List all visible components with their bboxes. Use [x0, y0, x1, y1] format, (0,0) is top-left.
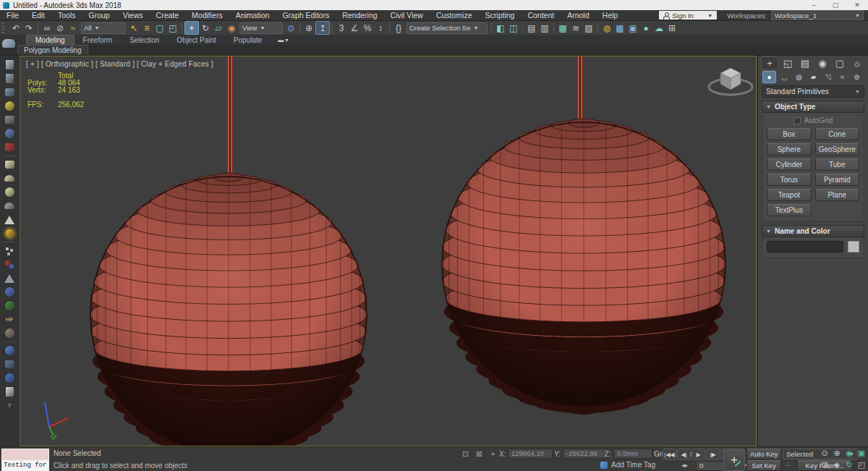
named-selection-sets-dropdown[interactable]: Create Selection Se▼: [407, 22, 488, 34]
helpers-category[interactable]: ◹: [822, 72, 834, 82]
spinner-snap-toggle[interactable]: ↕: [374, 22, 387, 34]
create-plane-button[interactable]: Plane: [815, 189, 860, 201]
geometry-category[interactable]: ●: [762, 71, 776, 83]
select-and-move-button[interactable]: +: [184, 21, 199, 35]
select-object-button[interactable]: ↖: [127, 22, 140, 34]
menu-help[interactable]: Help: [596, 11, 625, 20]
lights-category[interactable]: ◍: [793, 72, 805, 82]
key-mode-toggle[interactable]: ◂▸: [681, 462, 688, 469]
set-key-button[interactable]: Set Key: [746, 460, 781, 471]
window-crossing-toggle[interactable]: ◰: [166, 22, 179, 34]
menu-arnold[interactable]: Arnold: [561, 11, 595, 20]
menu-views[interactable]: Views: [116, 11, 150, 20]
help-icon[interactable]: ?: [1, 399, 17, 412]
menu-content[interactable]: Content: [521, 11, 561, 20]
menu-scripting[interactable]: Scripting: [479, 11, 522, 20]
scene-explorer-icon[interactable]: [1, 58, 17, 72]
sphere-primitive-icon[interactable]: [1, 185, 17, 199]
align-button[interactable]: ◫: [507, 22, 520, 34]
zoom-extents-all-button[interactable]: ▣: [856, 448, 867, 459]
sun-icon[interactable]: [1, 226, 17, 240]
maxscript-mini-listener[interactable]: Testing for i: [1, 449, 49, 471]
snaps-toggle-3d[interactable]: 3: [335, 22, 348, 34]
shapes-category[interactable]: ◡: [778, 72, 791, 82]
create-tab[interactable]: +: [761, 56, 778, 70]
menu-group[interactable]: Group: [82, 11, 116, 20]
create-torus-button[interactable]: Torus: [767, 174, 812, 186]
name-color-rollout-header[interactable]: ▼ Name and Color: [762, 225, 864, 237]
ribbon-tab-selection[interactable]: Selection: [121, 35, 168, 45]
viewport-orthographic[interactable]: [ + ] [ Orthographic ] [ Standard ] [ Cl…: [20, 56, 757, 446]
motion-tab[interactable]: ◉: [814, 57, 830, 69]
hierarchy-tab[interactable]: ▤: [797, 57, 813, 69]
edit-named-selection-sets-button[interactable]: {}: [392, 22, 405, 34]
macro-recorder-line[interactable]: [2, 449, 48, 460]
bind-to-space-warp-button[interactable]: ≈: [67, 22, 80, 34]
create-cone-button[interactable]: Cone: [815, 128, 860, 140]
rectangular-selection-region-button[interactable]: ▢: [153, 22, 166, 34]
reference-coordinate-system-dropdown[interactable]: View▼: [239, 22, 283, 34]
object-name-field[interactable]: [767, 241, 843, 253]
render-preview-icon[interactable]: [1, 371, 17, 385]
toggle-scene-explorer-button[interactable]: ▤: [525, 22, 538, 34]
ribbon-tab-populate[interactable]: Populate: [225, 35, 271, 45]
menu-modifiers[interactable]: Modifiers: [185, 11, 229, 20]
viewcube[interactable]: [709, 68, 752, 95]
particles-icon[interactable]: [1, 244, 17, 258]
select-and-place-button[interactable]: ◉: [225, 22, 238, 34]
undo-button[interactable]: ↶: [9, 22, 22, 34]
use-pivot-point-center-button[interactable]: ⊙: [284, 22, 297, 34]
add-time-tag[interactable]: Add Time Tag: [600, 461, 655, 469]
camera-icon[interactable]: [1, 113, 17, 127]
menu-edit[interactable]: Edit: [25, 11, 51, 20]
select-and-rotate-button[interactable]: ↻: [199, 22, 212, 34]
redo-button[interactable]: ↷: [22, 22, 35, 34]
object-color-swatch[interactable]: [848, 241, 859, 253]
primitive-type-dropdown[interactable]: Standard Primitives ▼: [762, 85, 864, 98]
create-pyramid-button[interactable]: Pyramid: [815, 174, 860, 186]
create-sphere-button[interactable]: Sphere: [767, 143, 812, 156]
sign-in-button[interactable]: Sign In ▼: [659, 11, 717, 20]
create-cylinder-button[interactable]: Cylinder: [767, 158, 812, 171]
crowd-delegate-icon[interactable]: [1, 271, 17, 285]
display-tab[interactable]: ▢: [832, 57, 848, 69]
molecule-icon[interactable]: [1, 258, 17, 271]
unlink-selection-button[interactable]: ⊘: [54, 22, 67, 34]
render-setup-button[interactable]: ▩: [613, 22, 626, 34]
schematic-view-button[interactable]: ▧: [582, 22, 595, 34]
menu-customize[interactable]: Customize: [430, 11, 479, 20]
ribbon-tab-object-paint[interactable]: Object Paint: [168, 35, 224, 45]
select-and-scale-button[interactable]: ▱: [212, 22, 225, 34]
hair-fur-icon[interactable]: HF: [1, 313, 17, 326]
ribbon-collapse-button[interactable]: ▬ ▾: [278, 37, 288, 45]
ribbon-tab-freeform[interactable]: Freeform: [75, 35, 122, 45]
render-in-cloud-button[interactable]: ☁: [652, 22, 665, 34]
ribbon-tab-modeling[interactable]: Modeling: [26, 35, 75, 45]
moon-icon[interactable]: [1, 127, 17, 140]
set-keys-button[interactable]: +: [723, 449, 745, 471]
utilities-tab[interactable]: ☼: [849, 57, 865, 69]
rendered-frame-window-button[interactable]: ▣: [626, 22, 639, 34]
ribbon-app-teapot-icon[interactable]: [2, 36, 18, 54]
maximize-viewport-toggle[interactable]: ◰: [856, 459, 867, 470]
select-and-manipulate-button[interactable]: ⊕: [302, 22, 315, 34]
menu-create[interactable]: Create: [150, 11, 186, 20]
close-button[interactable]: ✕: [846, 0, 868, 10]
menu-civil-view[interactable]: Civil View: [384, 11, 430, 20]
play-animation-button[interactable]: ▶: [692, 449, 705, 460]
selection-filter-dropdown[interactable]: All▼: [81, 22, 126, 34]
pan-view-button[interactable]: ◈: [831, 459, 843, 470]
menu-file[interactable]: File: [0, 11, 25, 20]
create-textplus-button[interactable]: TextPlus: [767, 204, 812, 216]
lantern-sphere-object[interactable]: [441, 56, 726, 415]
selection-lock-toggle[interactable]: ⊠: [474, 449, 485, 459]
layer-explorer-icon[interactable]: [1, 72, 17, 85]
create-teapot-button[interactable]: Teapot: [767, 189, 812, 201]
maximize-button[interactable]: ▢: [825, 0, 846, 10]
zoom-all-button[interactable]: ⊕: [831, 448, 843, 459]
x-coordinate-field[interactable]: 129864,10: [508, 449, 553, 459]
autogrid-checkbox[interactable]: [793, 117, 801, 124]
toggle-layer-explorer-button[interactable]: ▥: [538, 22, 551, 34]
dome-primitive-icon[interactable]: [1, 171, 17, 185]
lantern-sphere-object[interactable]: [90, 56, 367, 446]
